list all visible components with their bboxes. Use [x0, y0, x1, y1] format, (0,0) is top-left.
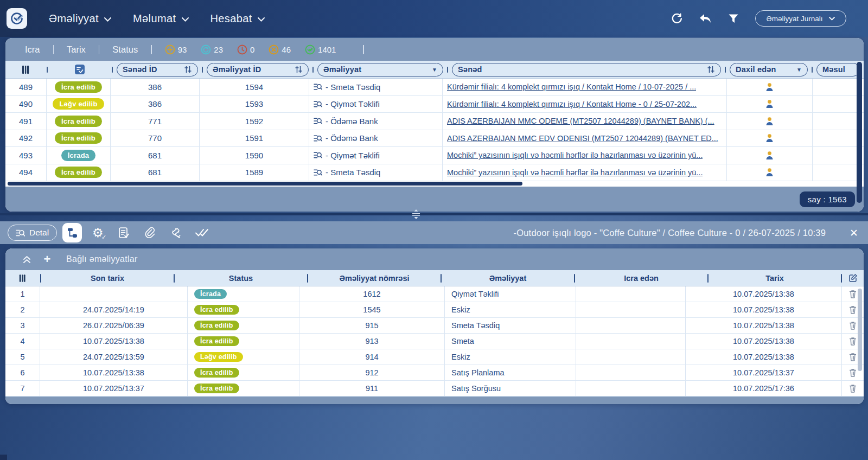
- close-icon[interactable]: ✕: [850, 227, 858, 239]
- clock-icon: [237, 44, 247, 55]
- header-last-date: Son tarix: [41, 274, 174, 283]
- entered-by-cell: [727, 147, 813, 164]
- tasks-button[interactable]: [113, 222, 134, 243]
- counter-in-progress[interactable]: 23: [201, 44, 223, 55]
- header-document[interactable]: Sənəd: [452, 63, 721, 76]
- delete-icon: [849, 368, 857, 377]
- refresh-icon[interactable]: [671, 12, 684, 25]
- detail-table-row[interactable]: 524.07.2025/13:59Ləğv edilib914Eskiz10.0…: [5, 349, 864, 365]
- horizontal-scrollbar-thumb[interactable]: [8, 182, 522, 186]
- date-value: 10.07.2025/13:38: [686, 318, 842, 333]
- responsible-cell: [813, 79, 864, 95]
- detail-button[interactable]: Detal: [8, 225, 57, 241]
- table-row[interactable]: 494İcra edilib6811589- Smeta TəsdiqMochi…: [5, 164, 864, 182]
- operation-value: Eskiz: [445, 349, 576, 365]
- status-badge: İcra edilib: [188, 365, 299, 380]
- filter-tab-status[interactable]: Status: [112, 44, 138, 55]
- edit-button[interactable]: [842, 270, 864, 286]
- detail-table-row[interactable]: 410.07.2025/13:38İcra edilib913Smeta10.0…: [5, 334, 864, 349]
- header-responsible[interactable]: Məsul: [816, 63, 860, 76]
- chevron-double-up-icon: [22, 255, 31, 264]
- app-logo[interactable]: [7, 8, 27, 29]
- detail-table-body: 1İcrada1612Qiymət Təklifi10.07.2025/13:3…: [5, 286, 864, 397]
- status-badge: İcra edilib: [188, 334, 299, 349]
- date-value: 10.07.2025/13:38: [686, 349, 842, 365]
- header-operation[interactable]: Əməliyyat ▼: [317, 63, 443, 76]
- counter-cancelled-value: 46: [282, 45, 291, 54]
- x-circle-icon: [269, 44, 279, 55]
- detail-table-row[interactable]: 326.07.2025/06:39İcra edilib915Smeta Təs…: [5, 318, 864, 334]
- document-link[interactable]: ADIS AZERBAIJAN MMC EDV ODENISI (MT2507 …: [447, 134, 718, 143]
- counter-completed[interactable]: 1401: [305, 44, 336, 55]
- collapse-button[interactable]: [20, 255, 34, 264]
- horizontal-scrollbar: [5, 181, 864, 187]
- counter-waiting[interactable]: 0: [237, 44, 254, 55]
- tree-view-button[interactable]: [62, 223, 82, 242]
- document-link[interactable]: Mochiki” yazısının işıqlı və həcmli hərf…: [447, 151, 703, 159]
- operation-value: Eskiz: [445, 302, 576, 317]
- check-overlay-icon: ✓: [101, 234, 106, 241]
- complete-all-button[interactable]: [192, 222, 212, 243]
- operation-value: Satış Sorğusu: [445, 381, 576, 396]
- user-icon: [765, 151, 774, 160]
- detail-table-row[interactable]: 610.07.2025/13:38İcra edilib912Satış Pla…: [5, 365, 864, 381]
- table-row[interactable]: 492İcra edilib7701591- Ödəmə BankADIS AZ…: [5, 130, 864, 148]
- delete-icon: [849, 337, 857, 346]
- counter-new[interactable]: 93: [165, 44, 187, 55]
- menu-data[interactable]: Məlumat: [133, 12, 189, 25]
- panel-splitter[interactable]: [0, 213, 868, 215]
- delete-button[interactable]: [842, 381, 864, 396]
- journal-dropdown[interactable]: Əməliyyat Jurnalı: [755, 10, 846, 27]
- doc-id-value: 770: [111, 130, 200, 147]
- column-chooser-icon[interactable]: [5, 61, 47, 78]
- add-operation-button[interactable]: +: [40, 253, 54, 265]
- counter-cancelled[interactable]: 46: [269, 44, 291, 55]
- document-link[interactable]: Kürdəmir filialı: 4 komplekt qırmızı işı…: [447, 82, 696, 91]
- attachments-button[interactable]: [139, 222, 160, 243]
- row-number: 6: [5, 365, 40, 380]
- detail-table-row[interactable]: 1İcrada1612Qiymət Təklifi10.07.2025/13:3…: [5, 286, 864, 302]
- menu-operations[interactable]: Əməliyyat: [49, 12, 111, 25]
- linked-operations-header: + Bağlı əməliyyatlar: [5, 248, 864, 270]
- status-badge: İcra edilib: [47, 130, 111, 147]
- column-chooser-icon[interactable]: [5, 270, 40, 286]
- search-list-icon: [16, 229, 25, 237]
- header-op-id[interactable]: Əməliyyat İD: [207, 63, 309, 76]
- filter-tab-icra[interactable]: Icra: [25, 44, 40, 55]
- vertical-scrollbar-thumb[interactable]: [857, 62, 862, 203]
- clipboard-check-icon: [118, 227, 130, 239]
- header-entered-by[interactable]: Daxil edən ▼: [730, 63, 808, 76]
- executor-value: [576, 318, 686, 333]
- table-row[interactable]: 493İcrada6811590- Qiymət TəklifiMochiki”…: [5, 147, 864, 164]
- table-row[interactable]: 491İcra edilib7711592- Ödəmə BankADIS AZ…: [5, 113, 864, 130]
- detail-table-row[interactable]: 224.07.2025/14:19İcra edilib1545Eskiz10.…: [5, 302, 864, 318]
- header-doc-id[interactable]: Sənəd İD: [117, 63, 198, 76]
- detail-table-row[interactable]: 710.07.2025/13:37İcra edilib911Satış Sor…: [5, 381, 864, 397]
- menu-reports[interactable]: Hesabat: [210, 12, 265, 25]
- table-row[interactable]: 489İcra edilib3861594- Smeta TəsdiqKürdə…: [5, 79, 864, 96]
- table-row[interactable]: 490Ləğv edilib3861593- Qiymət TəklifiKür…: [5, 96, 864, 113]
- op-no-value: 913: [299, 334, 445, 349]
- header-status: Status: [175, 274, 307, 283]
- op-id-value: 1592: [200, 113, 309, 130]
- op-no-value: 1545: [299, 302, 445, 317]
- filter-tab-tarix[interactable]: Tarix: [67, 44, 86, 55]
- status-badge: İcra edilib: [188, 318, 299, 333]
- status-badge: İcra edilib: [188, 302, 299, 317]
- document-link[interactable]: Mochiki” yazısının işıqlı və həcmli hərf…: [447, 168, 703, 177]
- approval-button[interactable]: [165, 222, 186, 243]
- filter-icon[interactable]: [727, 12, 740, 25]
- document-link[interactable]: ADIS AZERBAIJAN MMC ODEME (MT2507 120442…: [447, 117, 714, 125]
- settings-button[interactable]: ⚙ ✓: [87, 222, 108, 243]
- detail-vertical-scrollbar-thumb[interactable]: [858, 289, 862, 371]
- splitter-handle[interactable]: [410, 208, 423, 220]
- undo-icon[interactable]: [699, 12, 712, 25]
- row-number: 2: [5, 302, 40, 317]
- document-link[interactable]: Kürdəmir filialı: 4 komplekt qırmızı işı…: [447, 100, 697, 108]
- header-doc-id-label: Sənəd İD: [123, 65, 157, 74]
- delete-icon: [849, 321, 857, 330]
- chevron-down-icon: [104, 17, 111, 22]
- edit-icon: [848, 273, 858, 283]
- select-status-icon[interactable]: [48, 61, 112, 78]
- last-date-value: 10.07.2025/13:38: [40, 334, 188, 349]
